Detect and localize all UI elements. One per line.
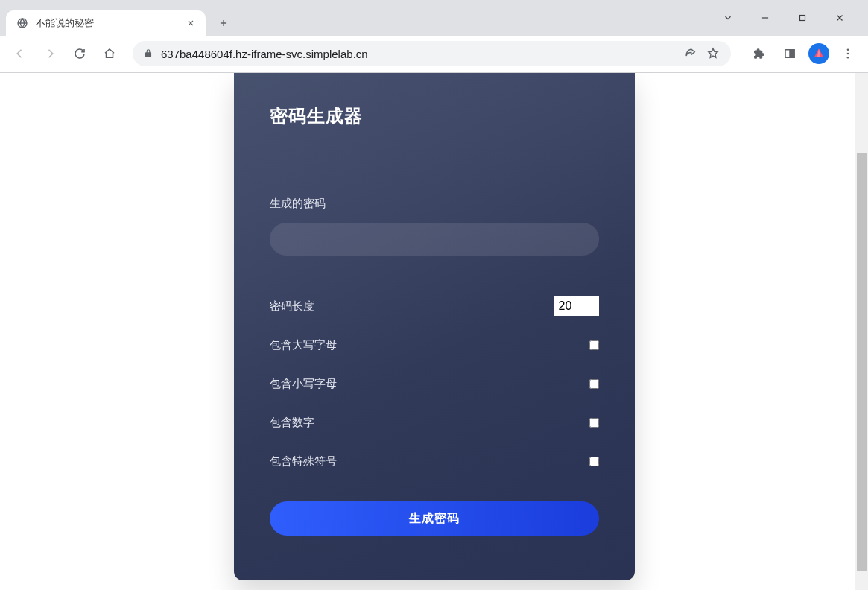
lowercase-label: 包含小写字母 bbox=[270, 377, 337, 391]
home-button[interactable] bbox=[97, 41, 122, 66]
kebab-menu-icon[interactable] bbox=[835, 41, 861, 66]
svg-rect-3 bbox=[790, 50, 794, 58]
browser-tab[interactable]: 不能说的秘密 bbox=[6, 10, 206, 36]
options-section: 密码长度 包含大写字母 包含小写字母 包含数字 包含特殊符号 bbox=[270, 287, 599, 480]
bookmark-star-icon[interactable] bbox=[706, 46, 720, 61]
svg-point-5 bbox=[847, 53, 849, 55]
uppercase-checkbox[interactable] bbox=[589, 340, 599, 350]
window-dropdown-button[interactable] bbox=[719, 9, 737, 27]
result-label: 生成的密码 bbox=[270, 197, 599, 211]
numbers-checkbox[interactable] bbox=[589, 418, 599, 428]
maximize-button[interactable] bbox=[793, 9, 811, 27]
uppercase-label: 包含大写字母 bbox=[270, 338, 337, 352]
globe-icon bbox=[16, 17, 28, 29]
tab-title: 不能说的秘密 bbox=[36, 16, 185, 30]
side-panel-icon[interactable] bbox=[777, 41, 802, 66]
generate-button[interactable]: 生成密码 bbox=[270, 501, 599, 536]
svg-point-4 bbox=[847, 49, 849, 51]
browser-toolbar: 637ba448604f.hz-iframe-svc.simplelab.cn bbox=[0, 36, 868, 72]
result-output bbox=[270, 223, 599, 256]
lowercase-checkbox[interactable] bbox=[589, 379, 599, 389]
address-bar[interactable]: 637ba448604f.hz-iframe-svc.simplelab.cn bbox=[133, 41, 731, 66]
reload-button[interactable] bbox=[67, 41, 92, 66]
symbols-checkbox[interactable] bbox=[589, 457, 599, 466]
svg-rect-1 bbox=[800, 15, 805, 20]
tab-close-icon[interactable] bbox=[185, 17, 197, 29]
scrollbar-track[interactable] bbox=[855, 73, 868, 590]
svg-point-6 bbox=[847, 57, 849, 59]
extensions-icon[interactable] bbox=[746, 41, 771, 66]
url-text: 637ba448604f.hz-iframe-svc.simplelab.cn bbox=[161, 48, 368, 60]
browser-chrome: 不能说的秘密 bbox=[0, 0, 868, 73]
omnibox-actions bbox=[683, 46, 720, 61]
length-label: 密码长度 bbox=[270, 299, 314, 314]
symbols-label: 包含特殊符号 bbox=[270, 454, 337, 469]
numbers-label: 包含数字 bbox=[270, 416, 314, 430]
back-button[interactable] bbox=[7, 41, 33, 66]
result-section: 生成的密码 bbox=[270, 197, 599, 256]
option-numbers-row: 包含数字 bbox=[270, 403, 599, 442]
share-icon[interactable] bbox=[683, 46, 698, 61]
lock-icon bbox=[143, 48, 153, 59]
toolbar-right-cluster bbox=[741, 41, 861, 66]
profile-avatar[interactable] bbox=[808, 43, 829, 64]
minimize-button[interactable] bbox=[756, 9, 774, 27]
new-tab-button[interactable] bbox=[213, 13, 234, 34]
option-symbols-row: 包含特殊符号 bbox=[270, 442, 599, 480]
tab-strip: 不能说的秘密 bbox=[0, 7, 868, 36]
length-input[interactable] bbox=[554, 296, 599, 316]
close-window-button[interactable] bbox=[831, 9, 849, 27]
window-controls bbox=[719, 3, 868, 33]
option-uppercase-row: 包含大写字母 bbox=[270, 326, 599, 364]
password-generator-card: 密码生成器 生成的密码 密码长度 包含大写字母 包含小写字母 bbox=[234, 73, 635, 580]
page-viewport: 密码生成器 生成的密码 密码长度 包含大写字母 包含小写字母 bbox=[0, 73, 868, 590]
option-length-row: 密码长度 bbox=[270, 287, 599, 326]
scrollbar-thumb[interactable] bbox=[857, 153, 867, 571]
forward-button[interactable] bbox=[37, 41, 63, 66]
page-content: 密码生成器 生成的密码 密码长度 包含大写字母 包含小写字母 bbox=[0, 73, 868, 590]
option-lowercase-row: 包含小写字母 bbox=[270, 364, 599, 403]
card-title: 密码生成器 bbox=[270, 73, 599, 128]
